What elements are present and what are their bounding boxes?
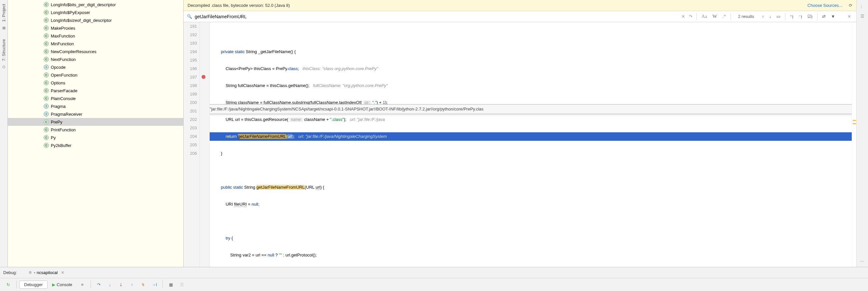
tree-item-label: PlainConsole (51, 96, 76, 101)
class-icon: C (43, 18, 49, 23)
tree-item-label: NextFunction (51, 57, 76, 62)
find-settings-icon[interactable]: ⇄ (822, 14, 826, 19)
breakpoint-gutter[interactable] (200, 22, 210, 267)
step-over-icon[interactable]: ↷ (94, 280, 104, 289)
choose-sources-link[interactable]: Choose Sources... (807, 3, 842, 8)
left-tool-tabs: 1: Project ▦ 7: Structure ⌬ (0, 0, 8, 267)
tab-console[interactable]: ▶Console (48, 281, 77, 288)
right-rail: 〉 ☰ ﹀ (856, 0, 868, 267)
tree-item-newcompilerresources[interactable]: CNewCompilerResources (8, 48, 183, 55)
decompiled-banner: Decompiled .class file, bytecode version… (184, 0, 856, 11)
drop-frame-icon[interactable]: ↯ (138, 280, 148, 289)
tree-item-label: MaxFunction (51, 34, 75, 38)
banner-text: Decompiled .class file, bytecode version… (188, 3, 290, 8)
tree-item-py2kbuffer[interactable]: CPy2kBuffer (8, 141, 183, 149)
tree-item-printfunction[interactable]: CPrintFunction (8, 126, 183, 134)
tree-item-maxfunction[interactable]: CMaxFunction (8, 32, 183, 40)
line-number: 206 (184, 149, 199, 158)
error-stripe[interactable] (852, 22, 856, 267)
tree-item-label: LongInfo$PyExposer (51, 10, 90, 15)
words-icon[interactable]: W (712, 14, 717, 19)
trace-icon[interactable]: ☲ (177, 280, 187, 289)
line-number: 200 (184, 98, 199, 107)
tree-item-label: LongInfo$sizeof_digit_descriptor (51, 18, 112, 23)
refresh-icon[interactable]: ⟳ (849, 3, 852, 8)
tree-item-pragma[interactable]: IPragma (8, 102, 183, 110)
tree-item-label: Pragma (51, 104, 66, 109)
run-config-tab[interactable]: ⚙● ncsapilocal ✕ (27, 269, 66, 276)
tree-item-longinfo-pyexposer[interactable]: CLongInfo$PyExposer (8, 8, 183, 16)
tree-item-label: PrintFunction (51, 127, 76, 132)
tree-item-opcode[interactable]: IOpcode (8, 63, 183, 71)
code-editor[interactable]: 1911921931941951961971981992002012022032… (184, 22, 856, 267)
tree-item-parserfacade[interactable]: CParserFacade (8, 87, 183, 94)
tree-item-makeproxies[interactable]: CMakeProxies (8, 24, 183, 32)
close-config-icon[interactable]: ✕ (61, 270, 64, 275)
tree-item-label: MinFunction (51, 41, 74, 46)
tree-item-prepy[interactable]: CPrePy (8, 118, 183, 126)
tree-item-plainconsole[interactable]: CPlainConsole (8, 94, 183, 102)
line-numbers: 1911921931941951961971981992002012022032… (184, 22, 200, 267)
line-number: 201 (184, 107, 199, 115)
debug-label: Debug: (3, 270, 17, 275)
select-all-icon[interactable]: ▭ (776, 14, 780, 19)
search-input[interactable] (195, 14, 680, 19)
force-step-into-icon[interactable]: ⤓ (116, 280, 126, 289)
step-out-icon[interactable]: ↑ (127, 280, 137, 289)
tree-item-label: Options (51, 81, 65, 85)
line-number: 191 (184, 22, 199, 31)
remove-selection-icon[interactable]: ⁻⸠ (799, 14, 802, 19)
tree-item-longinfo-sizeof-digit-descriptor[interactable]: CLongInfo$sizeof_digit_descriptor (8, 16, 183, 24)
rail-tool-icon[interactable]: ☰ (861, 14, 864, 19)
debug-header: Debug: ⚙● ncsapilocal ✕ (0, 267, 868, 278)
threads-icon[interactable]: ≡ (78, 280, 87, 289)
tree-item-label: Opcode (51, 65, 66, 70)
tree-item-options[interactable]: COptions (8, 79, 183, 87)
class-icon: C (43, 72, 49, 78)
search-history-icon[interactable]: ↷ (689, 14, 692, 19)
regex-icon[interactable]: .* (722, 14, 726, 19)
tooltip-value: "jar:file:/F:/java/NightingaleChargingSy… (210, 105, 484, 113)
rerun-icon[interactable]: ↻ (3, 280, 13, 289)
rail-expand-icon[interactable]: 〉 (860, 4, 864, 10)
project-tab[interactable]: 1: Project (0, 1, 7, 24)
tree-item-minfunction[interactable]: CMinFunction (8, 40, 183, 48)
project-tree[interactable]: CLongInfo$bits_per_digit_descriptorCLong… (8, 0, 184, 267)
clear-search-icon[interactable]: ✕ (681, 14, 685, 19)
tree-item-openfunction[interactable]: COpenFunction (8, 71, 183, 79)
interface-icon: I (43, 104, 49, 109)
tree-item-label: ParserFacade (51, 88, 78, 93)
class-icon: C (43, 10, 49, 15)
line-number: 198 (184, 82, 199, 90)
tree-item-pragmareceiver[interactable]: IPragmaReceiver (8, 110, 183, 118)
add-selection-icon[interactable]: ⁺⸠ (790, 14, 794, 19)
close-find-icon[interactable]: ✕ (847, 14, 851, 19)
tree-item-nextfunction[interactable]: CNextFunction (8, 55, 183, 63)
tree-item-longinfo-bits-per-digit-descriptor[interactable]: CLongInfo$bits_per_digit_descriptor (8, 1, 183, 8)
debug-value-tooltip[interactable]: ＋ {URL@10002} "jar:file:/F:/java/Nightin… (210, 104, 852, 114)
structure-tab-icon: ⌬ (2, 65, 5, 69)
step-into-icon[interactable]: ↓ (105, 280, 115, 289)
prev-match-icon[interactable]: ↑ (762, 14, 764, 19)
evaluate-icon[interactable]: ▦ (166, 280, 176, 289)
gear-icon: ⚙ (29, 270, 32, 275)
breakpoint-icon[interactable] (202, 75, 206, 79)
chevron-down-icon[interactable]: ﹀ (860, 259, 864, 265)
filter-icon[interactable]: ▼ (831, 14, 835, 19)
class-icon: C (43, 2, 49, 7)
project-tab-icon: ▦ (2, 26, 5, 30)
tree-item-py[interactable]: CPy (8, 134, 183, 141)
next-match-icon[interactable]: ↓ (769, 14, 772, 19)
class-icon: C (43, 25, 49, 31)
run-to-cursor-icon[interactable]: →I (150, 280, 159, 289)
code-lines[interactable]: private static String _getJarFileName() … (210, 22, 852, 267)
line-number: 202 (184, 115, 199, 124)
structure-tab[interactable]: 7: Structure (0, 36, 7, 63)
tab-debugger[interactable]: Debugger (19, 281, 48, 289)
class-icon: C (43, 119, 49, 124)
tree-item-label: Py (51, 135, 56, 140)
select-occurrences-icon[interactable]: ☑⸠ (807, 14, 813, 19)
match-case-icon[interactable]: Aa (701, 14, 707, 19)
class-icon: C (43, 41, 49, 46)
interface-icon: I (43, 112, 49, 117)
